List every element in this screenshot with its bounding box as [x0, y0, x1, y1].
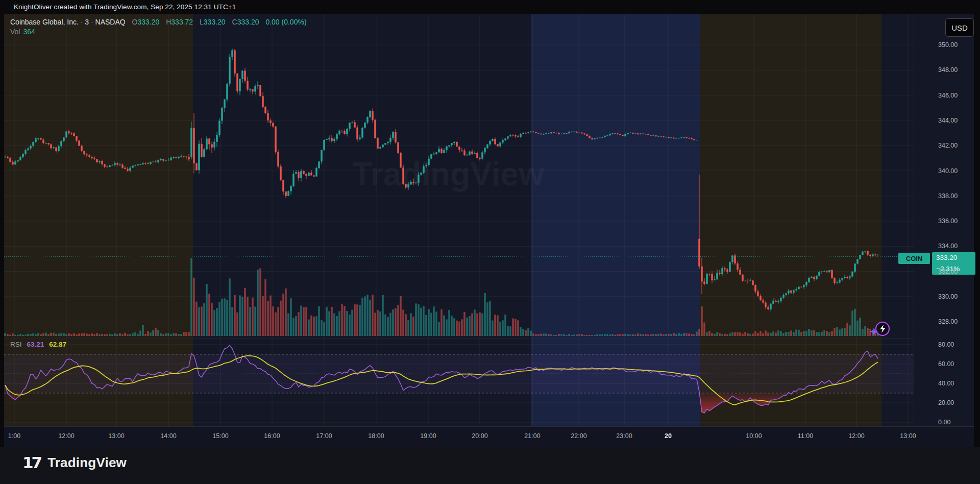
low-label: L — [200, 18, 204, 26]
price-axis-separator[interactable] — [914, 14, 914, 426]
time-label: 12:00 — [58, 432, 74, 440]
time-label-day: 20 — [665, 432, 672, 440]
open-label: O — [132, 18, 138, 26]
price-tick: 328.00 — [938, 318, 958, 325]
time-label: 16:00 — [264, 432, 280, 440]
tradingview-logo[interactable]: 17 TradingView — [22, 453, 127, 472]
open-value: 333.20 — [137, 18, 159, 26]
price-tick: 344.00 — [938, 117, 958, 124]
time-label: 13:00 — [108, 432, 124, 440]
price-tick: 338.00 — [938, 192, 958, 200]
tradingview-logo-icon: 17 — [22, 453, 40, 472]
close-label: C — [232, 18, 237, 26]
price-tick: 350.00 — [938, 41, 958, 49]
price-tick: 348.00 — [938, 66, 958, 74]
rsi-label[interactable]: RSI — [10, 341, 22, 348]
last-price-value: 333.20 — [936, 252, 975, 263]
footer-bar: 17 TradingView — [0, 447, 980, 484]
time-label: 15:00 — [212, 432, 228, 440]
time-label: 11:00 — [798, 432, 813, 440]
rsi-tick: 80.00 — [938, 341, 954, 348]
price-tick: 330.00 — [938, 293, 958, 300]
time-label: 22:00 — [571, 432, 586, 440]
price-tick: 340.00 — [938, 167, 958, 175]
rsi-legend[interactable]: RSI63.2162.87 — [10, 341, 66, 348]
symbol-price-tag: COIN — [898, 253, 930, 264]
rsi-tick: 60.00 — [938, 360, 954, 368]
volume-legend[interactable]: Vol364 — [10, 28, 35, 36]
rsi-ma-value: 62.87 — [49, 341, 66, 348]
rsi-tick: 40.00 — [938, 380, 954, 387]
high-label: H — [166, 18, 171, 26]
time-axis[interactable]: 1:0012:0013:0014:0015:0016:0017:0018:001… — [4, 426, 974, 448]
tradingview-logo-text: TradingView — [47, 455, 127, 471]
close-value: 333.20 — [237, 18, 259, 26]
time-label: 14:00 — [160, 432, 176, 440]
time-label: 1:00 — [8, 432, 20, 440]
time-label: 17:00 — [316, 432, 332, 440]
svg-text:TradingView: TradingView — [352, 156, 544, 192]
exchange-label: NASDAQ — [95, 18, 126, 26]
pane-separator[interactable] — [4, 338, 914, 339]
attribution-text: KnightOliver created with TradingView.co… — [14, 3, 236, 11]
time-label: 13:00 — [900, 432, 916, 440]
chart-canvas[interactable]: TradingView — [4, 14, 974, 447]
symbol-legend[interactable]: Coinbase Global, Inc. · 3 · NASDAQ O333.… — [10, 18, 307, 26]
time-label: 19:00 — [420, 432, 436, 440]
time-label: 10:00 — [746, 432, 762, 440]
chart-frame: TradingView Coinbase Global, Inc. · 3 · … — [4, 14, 974, 447]
low-value: 333.20 — [204, 18, 226, 26]
interval-label[interactable]: 3 — [85, 18, 89, 26]
price-tick: 346.00 — [938, 92, 958, 99]
attribution-bar: KnightOliver created with TradingView.co… — [0, 0, 980, 14]
time-label: 21:00 — [524, 432, 540, 440]
price-tick: 342.00 — [938, 142, 958, 149]
time-label: 12:00 — [848, 432, 864, 440]
time-label: 20:00 — [472, 432, 487, 440]
time-label: 18:00 — [368, 432, 384, 440]
symbol-title[interactable]: Coinbase Global, Inc. — [10, 18, 79, 26]
rsi-value: 63.21 — [27, 341, 44, 348]
volume-label: Vol — [10, 28, 20, 36]
currency-button[interactable]: USD — [945, 18, 974, 37]
rsi-tick: 0.00 — [938, 419, 950, 426]
high-value: 333.72 — [171, 18, 193, 26]
price-tick: 332.00 — [938, 268, 958, 275]
rsi-tick: 20.00 — [938, 399, 954, 406]
change-value: 0.00 (0.00%) — [265, 18, 306, 26]
tradingview-snapshot: KnightOliver created with TradingView.co… — [0, 0, 980, 484]
time-label: 23:00 — [616, 432, 632, 440]
volume-value: 364 — [23, 28, 35, 36]
price-tick: 334.00 — [938, 243, 958, 250]
price-tick: 336.00 — [938, 217, 958, 225]
